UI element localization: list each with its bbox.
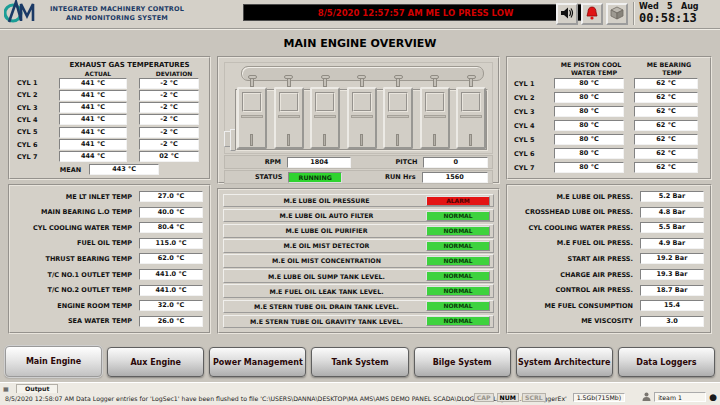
- nav-bilge-system-button[interactable]: Bilge System: [414, 347, 511, 377]
- temp-label: ENGINE ROOM TEMP: [57, 302, 132, 310]
- temp-value: 27.0 °C: [139, 191, 203, 202]
- date-display: Wed 5 Aug: [639, 2, 717, 11]
- exhaust-gas-panel: EXHAUST GAS TEMPERATURES ACTUAL DEVIATIO…: [8, 56, 211, 180]
- temp-row: ENGINE ROOM TEMP 32.0 °C: [16, 300, 203, 311]
- deviation-column-header: DEVIATION: [142, 70, 206, 77]
- pressure-label: M.E FUEL OIL PRESS.: [557, 239, 633, 247]
- alarm-status-pill: NORMAL: [426, 316, 490, 326]
- temp-value: 32.0 °C: [139, 300, 203, 311]
- mute-audio-button[interactable]: [556, 3, 578, 25]
- pressure-value: 5.2 Bar: [640, 191, 704, 202]
- 3d-cube-icon: [610, 5, 624, 24]
- nav-aux-engine-button[interactable]: Aux Engine: [107, 347, 204, 377]
- pressure-label: START AIR PRESS.: [567, 255, 633, 263]
- pressure-value: 18.7 Bar: [640, 285, 704, 296]
- piston-bearing-panel: ME PISTON COOL WATER TEMP ME BEARING TEM…: [506, 56, 712, 180]
- piston-water-temp-value: 80 °C: [554, 162, 624, 173]
- actual-temp-value: 441 °C: [59, 102, 127, 113]
- alarm-ack-button[interactable]: [581, 3, 603, 25]
- alarm-row: M.E STERN TUBE OIL DRAIN TANK LEVEL. NOR…: [223, 300, 494, 314]
- pressure-value: 15.4: [640, 300, 704, 311]
- temp-label: CYL COOLING WATER TEMP: [33, 224, 132, 232]
- actual-temp-value: 441 °C: [59, 114, 127, 125]
- nav-main-engine-button[interactable]: Main Engine: [5, 346, 102, 377]
- bearing-temp-header: ME BEARING TEMP: [634, 61, 704, 77]
- person-icon: [642, 392, 651, 402]
- exhaust-row: CYL 6 441 °C -2 °C: [10, 139, 209, 150]
- alarm-label: M.E LUBE OIL PURIFIER: [227, 227, 426, 234]
- pressure-row: M.E FUEL OIL PRESS. 4.9 Bar: [514, 238, 704, 249]
- pressure-row: CHARGE AIR PRESS. 19.3 Bar: [514, 269, 704, 280]
- alarm-status-pill: NORMAL: [426, 256, 490, 266]
- system-view-button[interactable]: [606, 3, 628, 25]
- temp-value: 62.0 °C: [139, 253, 203, 264]
- memory-usage: 1.5Gb(715Mb): [573, 393, 625, 402]
- piston-row: CYL 3 80 °C 62 °C: [508, 106, 710, 117]
- temp-label: ME LT INLET TEMP: [66, 193, 132, 201]
- alarm-label: M.E FUEL OIL LEAK TANK LEVEL.: [227, 288, 426, 295]
- exhaust-row: CYL 1 441 °C -2 °C: [10, 78, 209, 89]
- cylinder-label: CYL 3: [514, 108, 554, 116]
- piston-water-temp-value: 80 °C: [554, 106, 624, 117]
- temp-row: T/C NO.1 OUTLET TEMP 441.0 °C: [16, 269, 203, 280]
- piston-water-temp-value: 80 °C: [554, 78, 624, 89]
- pressure-value: 19.2 Bar: [640, 253, 704, 264]
- current-user: iteam 1: [654, 392, 706, 402]
- piston-row: CYL 6 80 °C 62 °C: [508, 148, 710, 159]
- output-tab[interactable]: Output: [16, 384, 58, 393]
- cylinder-graphic: [347, 75, 377, 149]
- piston-water-temp-value: 80 °C: [554, 92, 624, 103]
- actual-temp-value: 441 °C: [59, 139, 127, 150]
- piston-water-temp-value: 80 °C: [554, 120, 624, 131]
- cylinder-graphic: [310, 75, 340, 149]
- alarm-status-pill: NORMAL: [426, 226, 490, 236]
- nav-tank-system-button[interactable]: Tank System: [311, 347, 408, 377]
- exhaust-row: CYL 5 441 °C -2 °C: [10, 127, 209, 138]
- alarm-row: M.E FUEL OIL LEAK TANK LEVEL. NORMAL: [223, 284, 494, 298]
- temp-label: MAIN BEARING L.O TEMP: [41, 208, 132, 216]
- bearing-temp-value: 62 °C: [634, 134, 698, 145]
- cylinder-label: CYL 6: [514, 150, 554, 158]
- pressure-label: CONTROL AIR PRESS.: [555, 286, 633, 294]
- cylinder-label: CYL 4: [17, 116, 59, 124]
- bottom-navigation: Main Engine Aux Engine Power Management …: [0, 346, 720, 379]
- cylinder-label: CYL 3: [17, 104, 59, 112]
- temp-row: FUEL OIL TEMP 115.0 °C: [16, 238, 203, 249]
- pressure-value: 3.0: [640, 316, 704, 327]
- actual-temp-value: 441 °C: [59, 90, 127, 101]
- mean-row: MEAN 443 °C: [10, 164, 209, 175]
- pressure-row: ME VISCOSITY 3.0: [514, 316, 704, 327]
- exhaust-row: CYL 4 441 °C -2 °C: [10, 114, 209, 125]
- nav-power-management-button[interactable]: Power Management: [209, 347, 306, 377]
- cylinder-row-graphic: [237, 75, 486, 149]
- pressure-row: CONTROL AIR PRESS. 18.7 Bar: [514, 285, 704, 296]
- temp-value: 441.0 °C: [139, 285, 203, 296]
- temp-value: 80.4 °C: [139, 222, 203, 233]
- exhaust-row: CYL 3 441 °C -2 °C: [10, 102, 209, 113]
- status-bar: ▦ Output 8/5/2020 12:58:07 AM Data Logge…: [0, 382, 720, 405]
- status-circle-icon: ●: [709, 393, 717, 402]
- alarm-status-panel: M.E LUBE OIL PRESSURE ALARM M.E LUBE OIL…: [217, 188, 500, 334]
- piston-row: CYL 5 80 °C 62 °C: [508, 134, 710, 145]
- pressure-row: M.E LUBE OIL PRESS. 5.2 Bar: [514, 191, 704, 202]
- temp-row: THRUST BEARING TEMP 62.0 °C: [16, 253, 203, 264]
- alarm-label: M.E STERN TUBE OIL GRAVITY TANK LEVEL.: [227, 318, 426, 325]
- rpm-pitch-bar: RPM 1804 PITCH 0: [224, 155, 493, 169]
- nav-data-loggers-button[interactable]: Data Loggers: [618, 347, 715, 377]
- exhaust-row: CYL 7 444 °C 02 °C: [10, 151, 209, 162]
- caps-lock-indicator: CAP: [474, 393, 494, 402]
- pressure-value: 5.5 Bar: [640, 222, 704, 233]
- actual-column-header: ACTUAL: [62, 70, 134, 77]
- alarm-status-pill: NORMAL: [426, 286, 490, 296]
- num-lock-indicator: NUM: [497, 393, 519, 402]
- runhrs-label: RUN Hrs: [362, 173, 415, 181]
- deviation-temp-value: -2 °C: [139, 139, 199, 150]
- pressure-row: CYL COOLING WATER PRESS. 5.5 Bar: [514, 222, 704, 233]
- nav-system-architecture-button[interactable]: System Architecture: [516, 347, 613, 377]
- pressure-label: ME FUEL CONSUMPTION: [545, 302, 633, 310]
- piston-row: CYL 4 80 °C 62 °C: [508, 120, 710, 131]
- cylinder-label: CYL 5: [514, 136, 554, 144]
- cylinder-graphic: [456, 75, 486, 149]
- alarm-row: M.E OIL MIST DETECTOR NORMAL: [223, 239, 494, 253]
- piston-water-header: ME PISTON COOL WATER TEMP: [554, 61, 628, 77]
